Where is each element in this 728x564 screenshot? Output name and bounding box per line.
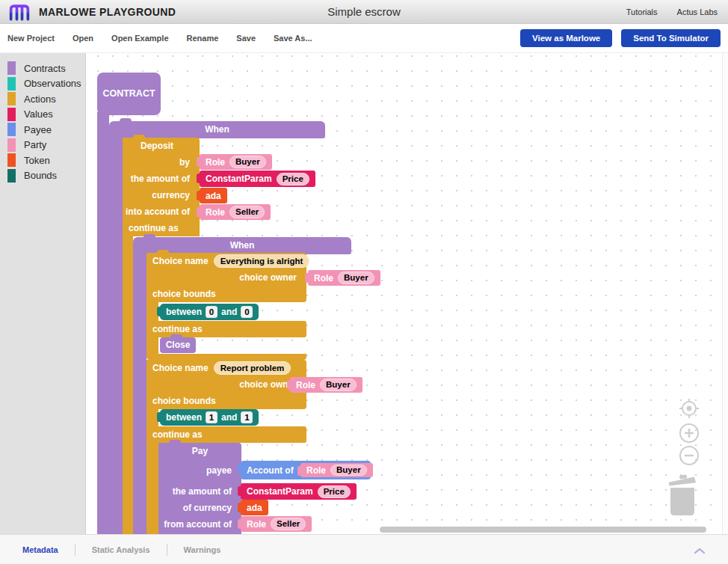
toolbar: New Project Open Open Example Rename Sav… [0,24,728,53]
when-block-wall[interactable] [133,254,146,534]
actions-color-swatch [7,92,16,105]
zoom-in-button[interactable] [679,423,700,444]
bottom-panel: Metadata Static Analysis Warnings [0,534,728,564]
contract-block-wall[interactable] [97,112,109,534]
role-name-field[interactable]: Buyer [338,272,374,284]
toolbox-category-payee[interactable]: Payee [0,122,85,138]
role-name-field[interactable]: Buyer [330,465,367,476]
choice-block-wall[interactable] [146,443,158,534]
save-as-button[interactable]: Save As... [274,34,312,43]
new-project-button[interactable]: New Project [7,34,55,43]
contracts-color-swatch [7,61,16,75]
constant-param-block[interactable]: ConstantParam Price [200,171,315,187]
trash-can-icon[interactable] [666,474,699,518]
tab-divider [75,544,75,556]
block-toolbox: Contracts Observations Actions Values Pa… [0,53,86,534]
deposit-block[interactable]: Deposit by the amount of currency into a… [123,138,200,236]
ada-token-block[interactable]: ada [241,500,268,515]
party-color-swatch [7,138,16,152]
bounds-between-block[interactable]: between 1 and 1 [160,409,259,426]
toolbox-category-contracts[interactable]: Contracts [0,61,85,76]
open-button[interactable]: Open [73,34,93,43]
role-block[interactable]: Role Buyer [308,270,380,286]
toolbox-category-party[interactable]: Party [0,138,85,153]
role-block[interactable]: Role Seller [200,204,271,220]
bound-high-field[interactable]: 1 [241,411,253,423]
actus-labs-link[interactable]: Actus Labs [677,7,718,16]
ada-token-block[interactable]: ada [200,188,227,203]
rename-button[interactable]: Rename [187,34,219,43]
choice-name-field[interactable]: Report problem [214,361,291,375]
tab-warnings[interactable]: Warnings [184,545,221,554]
tab-static-analysis[interactable]: Static Analysis [92,545,150,554]
toolbox-category-token[interactable]: Token [0,153,85,168]
toolbox-category-values[interactable]: Values [0,107,85,123]
choice-name-field[interactable]: Everything is alright [214,254,310,268]
expand-panel-chevron-icon[interactable] [694,544,706,557]
pay-row-label: from account of [158,518,236,530]
pay-row-label: payee [158,465,236,476]
payee-color-swatch [7,123,16,136]
role-block[interactable]: Role Buyer [300,463,373,477]
role-name-field[interactable]: Seller [229,206,265,218]
bound-high-field[interactable]: 0 [241,306,253,318]
close-block[interactable]: Close [160,337,196,353]
choice-block[interactable]: Choice name Report problem choice owner … [146,360,306,409]
role-block[interactable]: Role Buyer [290,377,363,393]
choice-block[interactable]: Choice name Everything is alright choice… [146,253,306,302]
zoom-to-fit-button[interactable] [679,398,700,419]
role-name-field[interactable]: Buyer [229,156,266,168]
pay-row-label: the amount of [158,485,236,497]
token-color-swatch [7,153,16,167]
tab-metadata[interactable]: Metadata [22,545,58,554]
horizontal-scrollbar[interactable] [380,527,706,533]
account-of-payee-block[interactable]: Account of Role Buyer [241,461,371,479]
choice-block-ledge[interactable] [146,354,306,360]
tutorials-link[interactable]: Tutorials [626,7,658,16]
toolbox-category-actions[interactable]: Actions [0,91,85,107]
toolbox-category-observations[interactable]: Observations [0,76,85,92]
open-example-button[interactable]: Open Example [111,34,168,43]
tab-divider [167,544,167,556]
role-block[interactable]: Role Seller [241,516,312,532]
constant-param-block[interactable]: ConstantParam Price [241,483,357,500]
observations-color-swatch [7,77,16,91]
save-button[interactable]: Save [236,34,256,43]
bounds-between-block[interactable]: between 0 and 0 [160,304,259,320]
role-block[interactable]: Role Buyer [200,154,272,170]
role-name-field[interactable]: Seller [271,518,306,530]
bounds-color-swatch [7,169,16,183]
zoom-out-button[interactable] [679,445,700,466]
param-name-field[interactable]: Price [318,485,351,498]
bound-low-field[interactable]: 0 [206,306,218,318]
values-color-swatch [7,108,16,121]
param-name-field[interactable]: Price [277,173,309,186]
blockly-workspace[interactable]: CONTRACT When Deposit by the amount of c… [86,53,728,534]
role-name-field[interactable]: Buyer [320,378,357,391]
send-to-simulator-button[interactable]: Send To Simulator [621,29,721,47]
pay-row-label: of currency [158,502,236,514]
view-as-marlowe-button[interactable]: View as Marlowe [520,29,612,47]
project-title: Simple escrow [0,5,728,18]
when-block-wall[interactable] [109,138,123,534]
vertical-scrollbar-track[interactable] [722,53,728,534]
choice-block-wall[interactable] [146,337,158,354]
app-header: MARLOWE PLAYGROUND Simple escrow Tutoria… [0,0,728,24]
contract-block[interactable]: CONTRACT [97,73,161,115]
deposit-block-wall[interactable] [123,236,133,534]
toolbox-category-bounds[interactable]: Bounds [0,168,85,184]
bound-low-field[interactable]: 1 [206,411,218,423]
